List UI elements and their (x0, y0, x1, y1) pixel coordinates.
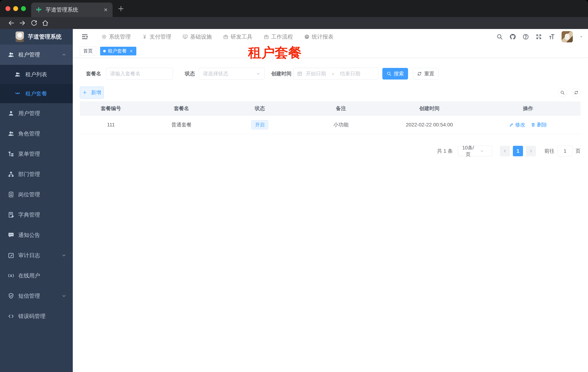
page-title-overlay: 租户套餐 (248, 45, 302, 60)
shield-check-icon (8, 293, 14, 299)
sidebar-item-audit-log[interactable]: 审计日志 (0, 245, 73, 266)
online-user-icon (8, 272, 14, 279)
fullscreen-icon[interactable] (536, 33, 542, 40)
cell-package-id: 111 (80, 122, 142, 128)
back-button[interactable] (8, 19, 15, 27)
table-refresh-button[interactable] (572, 88, 581, 97)
next-page-button[interactable] (526, 146, 536, 156)
font-size-icon[interactable] (548, 33, 555, 40)
browser-tab-strip: 芋道管理系统 (0, 0, 588, 17)
sidebar-item-label: 字典管理 (18, 211, 40, 219)
package-name-label: 套餐名 (86, 70, 101, 77)
tag-tenant-package[interactable]: 租户套餐 (100, 47, 136, 55)
monitor-icon (182, 34, 188, 40)
gear-icon (101, 34, 107, 40)
add-button-label: 新增 (91, 89, 101, 96)
logo-rabbit-image (16, 32, 24, 42)
reload-button[interactable] (31, 19, 38, 27)
pagination: 共 1 条 10条/页 1 前往 页 (437, 146, 581, 156)
add-button[interactable]: 新增 (80, 86, 104, 98)
tab-workflow[interactable]: 工作流程 (263, 33, 293, 41)
plus-icon (82, 90, 87, 95)
search-icon[interactable] (496, 33, 503, 40)
status-select[interactable]: 请选择状态 (199, 68, 265, 80)
peoples-icon (14, 91, 21, 97)
sidebar-submenu-tenant: 租户列表 租户套餐 (0, 65, 73, 103)
avatar-caret-icon[interactable] (579, 35, 583, 39)
chevron-down-icon (475, 149, 489, 153)
sidebar-item-tenant-package[interactable]: 租户套餐 (0, 84, 73, 103)
sidebar-item-role-management[interactable]: 角色管理 (0, 124, 73, 144)
tab-dev-tools[interactable]: 研发工具 (223, 33, 252, 41)
tags-view-bar: 首页 租户套餐 (73, 44, 588, 58)
tag-label: 首页 (83, 48, 93, 54)
prev-page-button[interactable] (500, 146, 510, 156)
active-tag-dot (103, 50, 106, 52)
sidebar-item-post-management[interactable]: 岗位管理 (0, 184, 73, 205)
page-number-button[interactable]: 1 (513, 146, 523, 156)
cell-status: 开启 (221, 120, 299, 129)
close-window-button[interactable] (5, 6, 10, 11)
status-select-placeholder: 请选择状态 (203, 70, 256, 77)
create-time-range-picker[interactable]: 开始日期 - 结束日期 (293, 68, 378, 80)
tag-home[interactable]: 首页 (80, 47, 96, 55)
sidebar-item-online-users[interactable]: 在线用户 (0, 266, 73, 286)
package-name-input[interactable] (106, 68, 173, 80)
sidebar-item-label: 租户列表 (25, 71, 47, 78)
goto-page-input[interactable] (557, 146, 573, 156)
search-button[interactable]: 搜索 (382, 68, 408, 80)
forward-button[interactable] (19, 19, 26, 27)
tab-close-icon[interactable] (103, 7, 108, 12)
tab-system-management[interactable]: 系统管理 (101, 33, 131, 41)
sidebar-item-user-management[interactable]: 用户管理 (0, 103, 73, 124)
tag-close-icon[interactable] (129, 49, 133, 53)
sidebar-item-department-management[interactable]: 部门管理 (0, 164, 73, 184)
maximize-window-button[interactable] (21, 6, 26, 11)
sidebar-collapse-button[interactable] (81, 33, 88, 40)
new-tab-button[interactable] (117, 5, 125, 12)
filter-form: 套餐名 状态 请选择状态 创建时间 开始日期 - 结束日期 搜索 (86, 68, 439, 80)
home-button[interactable] (42, 19, 49, 27)
browser-tab[interactable]: 芋道管理系统 (31, 2, 113, 17)
yen-icon (142, 34, 147, 40)
window-controls (5, 6, 26, 11)
column-header-id: 套餐编号 (80, 105, 142, 112)
sidebar-item-sms-management[interactable]: 短信管理 (0, 286, 73, 306)
page-size-select[interactable]: 10条/页 (458, 146, 492, 156)
top-nav-label: 系统管理 (109, 33, 131, 41)
avatar[interactable] (562, 31, 573, 43)
goto-label: 前往 (544, 148, 555, 154)
delete-link[interactable]: 删除 (531, 121, 547, 128)
badge-icon (8, 191, 14, 198)
tab-infrastructure[interactable]: 基础设施 (182, 33, 212, 41)
briefcase-icon (263, 34, 269, 40)
users-icon (8, 130, 14, 137)
tab-payment-management[interactable]: 支付管理 (142, 33, 171, 41)
sidebar-item-dict-management[interactable]: 字典管理 (0, 205, 73, 225)
app-logo[interactable]: 芋道管理系统 (0, 29, 73, 44)
sidebar-item-tenant-management[interactable]: 租户管理 (0, 44, 73, 65)
table-search-toggle-button[interactable] (558, 88, 567, 97)
sidebar: 芋道管理系统 租户管理 租户列表 租户套餐 用户管理 (0, 29, 73, 372)
edit-log-icon (8, 252, 14, 259)
minimize-window-button[interactable] (13, 6, 18, 11)
sidebar-item-notice[interactable]: 通知公告 (0, 225, 73, 245)
sidebar-item-label: 在线用户 (18, 272, 40, 279)
goto-unit-label: 页 (576, 148, 581, 154)
sidebar-item-label: 用户管理 (18, 110, 40, 117)
sidebar-item-errorcode-management[interactable]: 错误码管理 (0, 306, 73, 326)
edit-link[interactable]: 修改 (509, 121, 525, 128)
pagination-total: 共 1 条 (437, 148, 453, 154)
table-tool-buttons (558, 88, 581, 97)
column-header-name: 套餐名 (142, 105, 221, 112)
github-icon[interactable] (509, 33, 516, 40)
tab-statistics-report[interactable]: 统计报表 (304, 33, 334, 41)
sidebar-item-tenant-list[interactable]: 租户列表 (0, 65, 73, 84)
sidebar-item-menu-management[interactable]: 菜单管理 (0, 144, 73, 164)
browser-toolbar: 127.0.0.1:48080/admin-ui/system/tenant/p… (0, 17, 588, 29)
sidebar-item-label: 通知公告 (18, 232, 40, 239)
tag-label: 租户套餐 (108, 48, 127, 54)
sidebar-item-label: 岗位管理 (18, 191, 40, 198)
reset-button[interactable]: 重置 (413, 68, 439, 80)
help-icon[interactable] (523, 33, 529, 40)
